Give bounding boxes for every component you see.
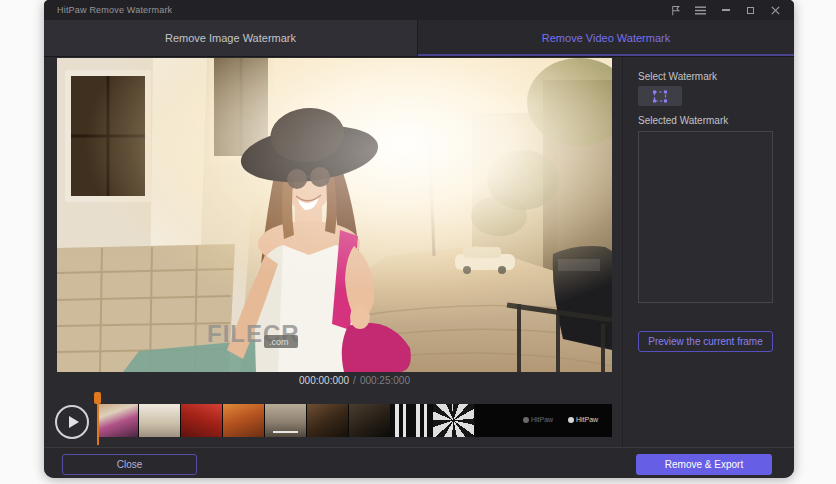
watermark-sidebar: Select Watermark Selected Watermark Prev… [622, 57, 794, 447]
filecr-watermark: FILECR .com [207, 320, 300, 348]
play-icon [69, 416, 79, 428]
minimize-button[interactable] [713, 0, 738, 20]
tab-label: Remove Image Watermark [165, 32, 296, 44]
time-separator: / [353, 375, 356, 386]
selected-watermark-box [638, 131, 773, 303]
window-title: HitPaw Remove Watermark [57, 5, 172, 15]
hitpaw-logo-icon [523, 417, 529, 423]
timeline-thumbnail [349, 404, 390, 437]
preview-frame-button[interactable]: Preview the current frame [638, 331, 773, 352]
select-watermark-label: Select Watermark [638, 71, 772, 83]
select-watermark-button[interactable] [638, 86, 682, 106]
close-button[interactable] [763, 0, 788, 20]
marquee-selection-icon [652, 90, 668, 103]
clip-watermark-logo: HitPaw [523, 416, 553, 423]
timeline-thumbnail [181, 404, 222, 437]
menu-icon[interactable] [688, 0, 713, 20]
time-display: 000:00:000/000:25:000 [97, 375, 612, 386]
timeline-thumbnail [265, 404, 306, 437]
desktop-background: HitPaw Remove Watermark Remove Image Wat… [0, 0, 836, 484]
playhead-line [97, 404, 99, 445]
total-time: 000:25:000 [360, 375, 410, 386]
tab-remove-video-watermark[interactable]: Remove Video Watermark [418, 20, 794, 56]
maximize-button[interactable] [738, 0, 763, 20]
play-button[interactable] [55, 405, 89, 439]
timeline-thumbnail [139, 404, 180, 437]
tab-remove-image-watermark[interactable]: Remove Image Watermark [44, 20, 418, 56]
close-dialog-button[interactable]: Close [62, 454, 197, 475]
timeline-thumbnail [97, 404, 138, 437]
svg-text:.com: .com [269, 337, 289, 347]
app-window: HitPaw Remove Watermark Remove Image Wat… [44, 0, 794, 478]
timeline-thumbnail [391, 404, 432, 437]
playhead[interactable] [94, 392, 102, 445]
timeline-thumbnail [307, 404, 348, 437]
clip-watermark-logo: HitPaw [568, 416, 598, 423]
video-frame-image: FILECR .com [57, 58, 612, 372]
footer-bar: Close Remove & Export [44, 447, 794, 478]
timeline-black-segment: HitPaw HitPaw [475, 404, 612, 437]
video-preview[interactable]: FILECR .com [57, 58, 612, 372]
timeline-filmstrip[interactable]: HitPaw HitPaw [97, 404, 612, 437]
hitpaw-logo-icon [568, 417, 574, 423]
selected-watermark-label: Selected Watermark [638, 115, 772, 127]
tab-bar: Remove Image Watermark Remove Video Wate… [44, 20, 794, 57]
current-time: 000:00:000 [299, 375, 349, 386]
window-controls [663, 0, 788, 20]
playhead-handle[interactable] [94, 392, 101, 404]
timeline-thumbnail [433, 404, 474, 437]
feedback-icon[interactable] [663, 0, 688, 20]
timeline-thumbnail [223, 404, 264, 437]
tab-label: Remove Video Watermark [542, 32, 670, 44]
remove-export-button[interactable]: Remove & Export [636, 454, 772, 475]
titlebar: HitPaw Remove Watermark [44, 0, 794, 20]
